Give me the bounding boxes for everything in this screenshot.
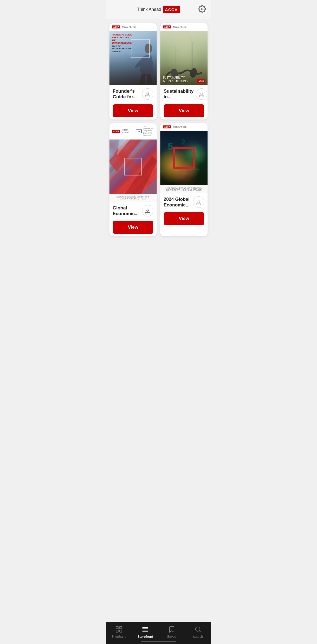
acca-badge: ACCA	[163, 125, 171, 128]
view-button-2024[interactable]: View	[164, 212, 204, 225]
card-body-2024: 2024 Global Economic... View	[160, 193, 208, 228]
card-title-row: Sustainability in...	[164, 88, 204, 100]
svg-rect-25	[116, 627, 118, 629]
acca-badge: ACCA	[112, 130, 120, 133]
logo-badge: ACCA	[163, 6, 180, 13]
card-image-global	[109, 140, 157, 194]
view-button-global[interactable]: View	[113, 221, 153, 234]
card-body-sustainability: Sustainability in... View	[160, 85, 208, 119]
storefront-icon	[141, 626, 149, 633]
main-content: ACCA Think Ahead FOUNDER'S GUIDE FOR STA…	[106, 19, 211, 620]
download-button-2024[interactable]	[193, 196, 204, 208]
bottom-nav: Shorthand Storefront Saved	[106, 622, 211, 644]
svg-point-33	[196, 627, 200, 631]
download-button-founders[interactable]	[142, 88, 153, 100]
card-founders-guide: ACCA Think Ahead FOUNDER'S GUIDE FOR STA…	[109, 23, 157, 119]
card-image-sustainability: SUSTAINABILITYIN TRANSACTIONS ACCA	[160, 31, 208, 85]
card-header-2024: ACCA Think Ahead	[160, 123, 208, 131]
svg-line-23	[160, 169, 208, 171]
view-button-sustainability[interactable]: View	[164, 104, 204, 117]
svg-rect-26	[116, 630, 118, 632]
acca-badge: ACCA	[163, 25, 171, 28]
svg-text:5: 5	[168, 141, 173, 152]
card-title-2024: 2024 Global Economic...	[164, 196, 191, 208]
nav-shorthand-label: Shorthand	[111, 635, 126, 639]
card-body-global: Global Economic... View	[109, 202, 157, 236]
svg-rect-27	[119, 627, 122, 629]
founders-text-overlay: FOUNDER'S GUIDE FOR START-UPS AND ENTREP…	[112, 34, 133, 53]
red-frame-2024	[173, 147, 195, 169]
svg-line-24	[160, 173, 208, 174]
nav-search-label: search	[193, 635, 203, 639]
nav-search[interactable]: search	[185, 626, 212, 639]
nav-storefront-label: Storefront	[137, 635, 153, 639]
card-global-economic: ACCA Think Ahead ima The Association of …	[109, 123, 157, 236]
download-button-global[interactable]	[142, 205, 153, 216]
report-subtitle-text: GLOBAL ECONOMIC CONDITIONS SURVEY REPORT…	[112, 195, 154, 201]
header-logo: Think Ahead ACCA	[137, 6, 180, 13]
logo-text: Think Ahead	[137, 7, 161, 12]
card-2024-global: ACCA Think Ahead 5 2 8 3 20	[160, 123, 208, 236]
card-image-founders: FOUNDER'S GUIDE FOR START-UPS AND ENTREP…	[109, 31, 157, 85]
card-header-founders: ACCA Think Ahead	[109, 23, 157, 31]
ima-badge: ima	[136, 130, 142, 133]
card-title-founders: Founder's Guide for...	[113, 88, 140, 100]
card-image-2024: 5 2 8 3	[160, 131, 208, 185]
search-icon	[194, 626, 202, 633]
settings-button[interactable]	[198, 5, 206, 14]
svg-line-34	[200, 631, 201, 632]
svg-point-0	[201, 8, 203, 10]
download-button-sustainability[interactable]	[196, 88, 207, 100]
card-header-sustainability: ACCA Think Ahead	[160, 23, 208, 31]
sustainability-title-overlay: SUSTAINABILITYIN TRANSACTIONS	[163, 76, 187, 83]
report-subtitle-global: GLOBAL ECONOMIC CONDITIONS SURVEY REPORT…	[109, 194, 157, 202]
card-header-global: ACCA Think Ahead ima The Association of …	[109, 123, 157, 140]
report-subtitle-2024: 2024 GLOBAL ECONOMIC OUTLOOK – SLOW GROW…	[160, 185, 208, 193]
card-title-sustainability: Sustainability in...	[164, 88, 194, 100]
think-ahead-label: Think Ahead	[122, 128, 134, 134]
svg-point-12	[189, 67, 198, 79]
nav-shorthand[interactable]: Shorthand	[106, 626, 132, 639]
think-ahead-label: Think Ahead	[122, 26, 135, 28]
svg-text:2: 2	[181, 138, 186, 146]
ima-logo: ima The Association of Accountants and F…	[136, 125, 154, 137]
report-subtitle-text-2024: 2024 GLOBAL ECONOMIC OUTLOOK – SLOW GROW…	[163, 186, 205, 192]
think-ahead-label: Think Ahead	[173, 26, 186, 28]
acca-corner-badge: ACCA	[197, 79, 205, 83]
ima-text: The Association of Accountants and Finan…	[143, 125, 154, 137]
nav-storefront[interactable]: Storefront	[132, 626, 159, 639]
home-indicator	[141, 641, 176, 642]
nav-saved-label: Saved	[167, 635, 176, 639]
card-grid: ACCA Think Ahead FOUNDER'S GUIDE FOR STA…	[109, 23, 208, 236]
card-title-row: 2024 Global Economic...	[164, 196, 204, 208]
layers-icon	[115, 626, 123, 633]
view-button-founders[interactable]: View	[113, 104, 153, 117]
header: Think Ahead ACCA	[106, 0, 211, 19]
card-sustainability: ACCA Think Ahead	[160, 23, 208, 119]
bookmark-icon	[168, 626, 176, 633]
card-body-founders: Founder's Guide for... View	[109, 85, 157, 119]
card-title-global: Global Economic...	[113, 205, 140, 217]
card-title-row: Founder's Guide for...	[113, 88, 153, 100]
nav-saved[interactable]: Saved	[158, 626, 185, 639]
think-ahead-label: Think Ahead	[173, 125, 186, 128]
card-title-row: Global Economic...	[113, 205, 153, 217]
acca-badge: ACCA	[112, 25, 120, 28]
wireframe-overlay	[131, 39, 150, 58]
svg-rect-28	[119, 630, 122, 632]
wireframe-overlay-global	[124, 158, 142, 175]
